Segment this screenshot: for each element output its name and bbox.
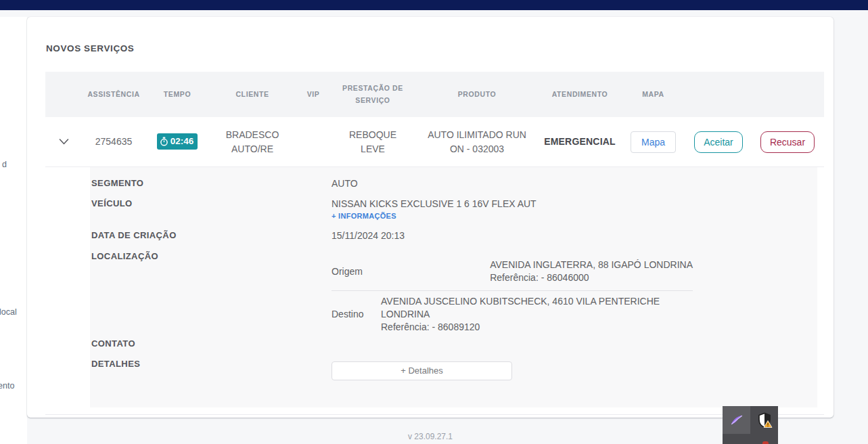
cell-recusar: Recusar	[751, 131, 824, 153]
version-text: v 23.09.27.1	[27, 432, 833, 441]
origem-address-block: AVENIDA INGLATERRA, 88 IGAPÓ LONDRINA Re…	[490, 259, 693, 284]
detail-row-data-criacao: DATA DE CRIAÇÃO 15/11/2024 20:13	[90, 230, 817, 251]
recusar-button[interactable]: Recusar	[760, 131, 815, 153]
origem-row: Origem AVENIDA INGLATERRA, 88 IGAPÓ LOND…	[332, 255, 693, 288]
destino-label: Destino	[332, 309, 381, 319]
origem-endereco: AVENIDA INGLATERRA, 88 IGAPÓ LONDRINA	[490, 259, 693, 271]
sidebar-item-fragment[interactable]: local	[0, 307, 17, 317]
header-mapa: MAPA	[620, 89, 686, 101]
veiculo-label: VEÍCULO	[90, 198, 332, 230]
header-assistencia: ASSISTÊNCIA	[82, 89, 145, 101]
header-atendimento: ATENDIMENTO	[539, 89, 620, 101]
data-criacao-label: DATA DE CRIAÇÃO	[90, 230, 332, 251]
header-tempo: TEMPO	[145, 89, 209, 101]
destino-endereco: AVENIDA JUSCELINO KUBITSCHECK, 4610 VILA…	[381, 295, 693, 321]
localizacao-divider	[332, 290, 693, 291]
origem-label: Origem	[332, 266, 381, 277]
header-vip: VIP	[296, 89, 331, 101]
header-prestacao-servico: PRESTAÇÃO DE SERVIÇO	[331, 83, 415, 107]
header-produto: PRODUTO	[415, 89, 539, 101]
sidebar-cutoff: d local ento ervico	[0, 17, 27, 444]
aceitar-button[interactable]: Aceitar	[694, 131, 743, 153]
page-title: NOVOS SERVIÇOS	[46, 43, 833, 53]
mapa-button[interactable]: Mapa	[631, 131, 676, 153]
top-navigation-bar	[0, 0, 868, 10]
detail-row-contato: CONTATO	[90, 338, 817, 359]
contato-value	[332, 338, 817, 359]
novos-servicos-card: NOVOS SERVIÇOS ASSISTÊNCIA TEMPO CLIENTE…	[27, 17, 833, 418]
cell-atendimento: EMERGENCIAL	[539, 135, 620, 149]
tray-item-cutoff-red	[762, 441, 769, 444]
prestacao-text: REBOQUE LEVE	[344, 128, 401, 156]
services-table: ASSISTÊNCIA TEMPO CLIENTE VIP PRESTAÇÃO …	[45, 72, 824, 415]
informacoes-link[interactable]: + INFORMAÇÕES	[332, 212, 396, 220]
detail-row-detalhes: DETALHES + Detalhes	[90, 359, 817, 406]
data-criacao-value: 15/11/2024 20:13	[332, 230, 817, 251]
cell-aceitar: Aceitar	[686, 131, 751, 153]
sidebar-item-fragment[interactable]: d	[2, 160, 7, 169]
cell-assistencia: 2754635	[82, 135, 145, 149]
detalhes-button[interactable]: + Detalhes	[332, 361, 512, 380]
table-header-row: ASSISTÊNCIA TEMPO CLIENTE VIP PRESTAÇÃO …	[45, 72, 824, 117]
chevron-down-icon	[59, 139, 69, 145]
origem-referencia: Referência: - 86046000	[490, 271, 693, 284]
header-cliente: CLIENTE	[209, 89, 296, 101]
veiculo-value: NISSAN KICKS EXCLUSIVE 1 6 16V FLEX AUT	[332, 198, 817, 209]
sidebar-item-fragment[interactable]: ento	[0, 381, 14, 391]
feather-icon	[728, 412, 745, 428]
shield-warning-icon	[756, 412, 773, 428]
cell-cliente: BRADESCO AUTO/RE	[209, 128, 296, 156]
cell-tempo: 02:46	[145, 133, 209, 150]
detail-row-segmento: SEGMENTO AUTO	[90, 178, 817, 198]
detail-row-veiculo: VEÍCULO NISSAN KICKS EXCLUSIVE 1 6 16V F…	[90, 198, 817, 230]
service-row[interactable]: 2754635 02:46 BRADESCO AUTO/RE REBOQUE L…	[45, 117, 824, 167]
cliente-text: BRADESCO AUTO/RE	[220, 128, 285, 156]
localizacao-label: LOCALIZAÇÃO	[90, 251, 332, 338]
tray-item-shield[interactable]	[750, 406, 778, 434]
veiculo-value-block: NISSAN KICKS EXCLUSIVE 1 6 16V FLEX AUT …	[332, 198, 817, 230]
destino-address-block: AVENIDA JUSCELINO KUBITSCHECK, 4610 VILA…	[381, 295, 693, 334]
tray-item-feather[interactable]	[723, 406, 750, 434]
contato-label: CONTATO	[90, 338, 332, 359]
cell-prestacao-servico: REBOQUE LEVE	[331, 128, 415, 156]
row-expand-toggle[interactable]	[45, 139, 82, 145]
timer-value: 02:46	[170, 135, 194, 148]
detalhes-value-block: + Detalhes	[332, 359, 817, 406]
cell-mapa: Mapa	[620, 131, 686, 153]
stopwatch-icon	[160, 137, 168, 146]
localizacao-value-block: Origem AVENIDA INGLATERRA, 88 IGAPÓ LOND…	[332, 251, 817, 338]
destino-referencia: Referência: - 86089120	[381, 321, 693, 334]
service-details-panel: SEGMENTO AUTO VEÍCULO NISSAN KICKS EXCLU…	[90, 167, 817, 407]
table-bottom-border	[45, 414, 824, 415]
segmento-label: SEGMENTO	[90, 178, 332, 198]
produto-text: AUTO ILIMITADO RUN ON - 032003	[424, 128, 530, 156]
timer-badge: 02:46	[157, 133, 198, 150]
cell-produto: AUTO ILIMITADO RUN ON - 032003	[415, 128, 539, 156]
system-tray-popup	[723, 406, 778, 444]
detail-row-localizacao: LOCALIZAÇÃO Origem AVENIDA INGLATERRA, 8…	[90, 251, 817, 338]
destino-row: Destino AVENIDA JUSCELINO KUBITSCHECK, 4…	[332, 295, 693, 334]
segmento-value: AUTO	[332, 178, 817, 198]
localizacao-block: Origem AVENIDA INGLATERRA, 88 IGAPÓ LOND…	[332, 251, 693, 334]
detalhes-label: DETALHES	[90, 359, 332, 406]
